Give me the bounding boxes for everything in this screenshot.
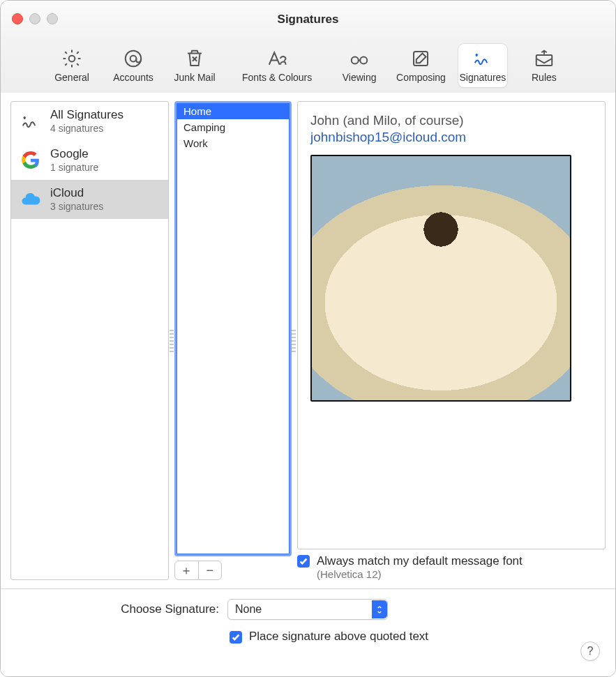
account-icloud[interactable]: iCloud 3 signatures <box>11 180 168 219</box>
tab-label: Accounts <box>113 72 153 83</box>
signature-preview[interactable]: John (and Milo, of course) johnbishop15@… <box>297 101 606 549</box>
match-font-checkbox[interactable] <box>297 555 310 568</box>
choose-signature-select[interactable]: None <box>227 599 388 620</box>
signature-item[interactable]: Camping <box>176 119 290 135</box>
close-window-button[interactable] <box>12 13 23 24</box>
account-name: All Signatures <box>50 109 123 122</box>
tab-junk-mail[interactable]: Junk Mail <box>170 44 219 87</box>
tab-composing[interactable]: Composing <box>396 44 446 87</box>
icloud-icon <box>18 187 43 212</box>
svg-point-4 <box>360 57 367 64</box>
titlebar: Signatures <box>1 1 615 38</box>
tab-label: Composing <box>396 72 446 83</box>
tab-label: Rules <box>532 72 557 83</box>
place-above-checkbox[interactable] <box>230 631 242 644</box>
svg-point-1 <box>126 51 142 67</box>
match-font-label: Always match my default message font <box>317 554 523 568</box>
tab-label: Signatures <box>459 72 506 83</box>
match-font-row: Always match my default message font (He… <box>297 554 606 580</box>
tab-accounts[interactable]: Accounts <box>109 44 158 87</box>
select-value: None <box>235 603 262 616</box>
window-controls <box>12 13 58 24</box>
accounts-list: All Signatures 4 signatures Google 1 sig… <box>10 101 169 580</box>
signature-list[interactable]: Home Camping Work <box>174 101 292 556</box>
signature-item[interactable]: Work <box>176 135 290 151</box>
signature-column: Home Camping Work ＋ − <box>174 101 292 580</box>
choose-signature-row: Choose Signature: None <box>97 599 603 620</box>
minus-icon: − <box>206 563 213 578</box>
match-font-detail: (Helvetica 12) <box>317 568 523 580</box>
svg-point-3 <box>352 57 359 64</box>
svg-point-2 <box>130 56 137 62</box>
signature-item[interactable]: Home <box>176 103 290 119</box>
account-name: iCloud <box>50 187 103 200</box>
account-count: 4 signatures <box>50 123 123 134</box>
google-icon <box>18 148 43 173</box>
help-button[interactable]: ? <box>580 641 600 661</box>
plus-icon: ＋ <box>180 562 193 579</box>
signature-icon <box>472 48 493 69</box>
tab-signatures[interactable]: Signatures <box>458 44 507 87</box>
preferences-toolbar: General Accounts Junk Mail Fonts & Colou… <box>1 38 615 93</box>
zoom-window-button[interactable] <box>47 13 58 24</box>
window-title: Signatures <box>278 13 339 26</box>
check-icon <box>299 556 308 566</box>
signature-email-line: johnbishop15@icloud.com <box>310 130 592 145</box>
add-signature-button[interactable]: ＋ <box>175 561 199 579</box>
signatures-preferences-window: Signatures General Accounts Junk Mail Fo… <box>0 0 616 677</box>
main-panel: All Signatures 4 signatures Google 1 sig… <box>1 93 615 589</box>
account-count: 1 signature <box>50 162 98 173</box>
add-remove-control: ＋ − <box>174 561 222 580</box>
rules-icon <box>534 48 555 69</box>
tab-rules[interactable]: Rules <box>520 44 569 87</box>
stepper-icon <box>372 600 387 618</box>
minimize-window-button[interactable] <box>29 13 40 24</box>
account-name: Google <box>50 148 98 161</box>
account-all-signatures[interactable]: All Signatures 4 signatures <box>11 102 168 141</box>
footer-panel: Choose Signature: None Place signature a… <box>1 589 615 676</box>
trash-icon <box>184 48 205 69</box>
resize-handle[interactable] <box>292 330 296 352</box>
signature-icon <box>18 109 43 134</box>
tab-label: Fonts & Colours <box>242 72 312 83</box>
choose-signature-label: Choose Signature: <box>97 602 219 616</box>
tab-label: Junk Mail <box>174 72 216 83</box>
font-icon <box>266 48 287 69</box>
at-icon <box>123 48 144 69</box>
signature-image <box>310 155 571 402</box>
question-icon: ? <box>587 645 594 657</box>
check-icon <box>231 632 241 642</box>
glasses-icon <box>349 48 370 69</box>
account-count: 3 signatures <box>50 201 103 212</box>
tab-label: General <box>54 72 89 83</box>
compose-icon <box>410 48 431 69</box>
tab-fonts-colours[interactable]: Fonts & Colours <box>232 44 322 87</box>
svg-point-0 <box>69 56 75 62</box>
gear-icon <box>61 48 82 69</box>
resize-handle[interactable] <box>170 330 174 352</box>
remove-signature-button[interactable]: − <box>199 561 222 579</box>
preview-column: John (and Milo, of course) johnbishop15@… <box>297 101 606 580</box>
tab-label: Viewing <box>343 72 377 83</box>
place-above-row: Place signature above quoted text <box>230 630 603 644</box>
tab-general[interactable]: General <box>47 44 96 87</box>
signature-name-line: John (and Milo, of course) <box>310 113 592 128</box>
tab-viewing[interactable]: Viewing <box>335 44 384 87</box>
account-google[interactable]: Google 1 signature <box>11 141 168 180</box>
place-above-label: Place signature above quoted text <box>249 630 428 644</box>
